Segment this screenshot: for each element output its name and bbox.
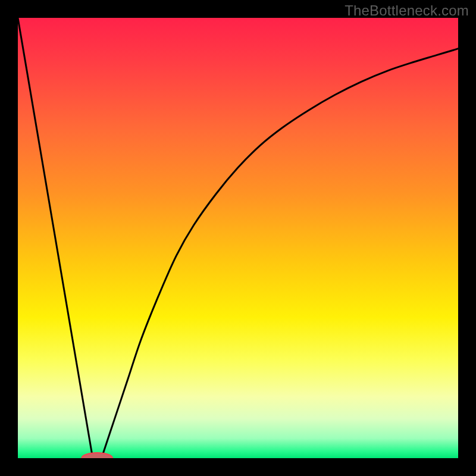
gradient-background (18, 18, 458, 458)
chart-frame: TheBottleneck.com (0, 0, 476, 476)
plot-area (18, 18, 458, 458)
watermark-text: TheBottleneck.com (345, 2, 469, 19)
chart-svg (18, 18, 458, 458)
